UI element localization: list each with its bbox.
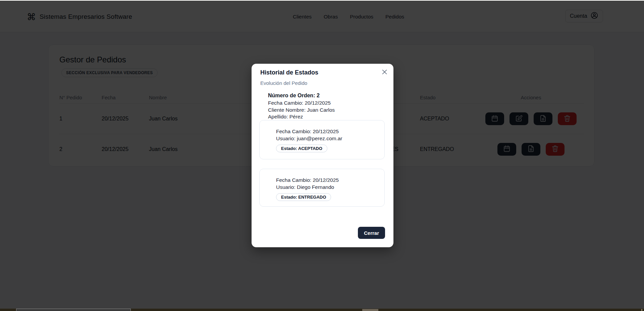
taskbar-segment — [362, 309, 378, 311]
history-line: Usuario: Diego Fernando — [276, 184, 378, 191]
modal-title: Historial de Estados — [260, 69, 318, 76]
close-icon — [382, 69, 387, 75]
history-line: Usuario: juan@perez.com.ar — [276, 135, 378, 142]
history-modal: Historial de Estados Evolución del Pedid… — [252, 64, 393, 247]
taskbar-edge-sliver — [641, 309, 642, 311]
order-info-line: Cliente Nombre: Juan Carlos — [268, 107, 335, 114]
close-button[interactable] — [381, 69, 388, 76]
window-top-edge — [0, 0, 644, 1]
order-number: Número de Orden: 2 — [268, 92, 335, 99]
history-item: Fecha Cambio: 20/12/2025Usuario: Diego F… — [259, 169, 385, 207]
order-info-line: Apellido: Pérez — [268, 113, 335, 120]
history-line: Fecha Cambio: 20/12/2025 — [276, 128, 378, 135]
order-info: Número de Orden: 2 Fecha Cambio: 20/12/2… — [268, 92, 335, 120]
taskbar-window-thumb[interactable] — [16, 309, 131, 311]
taskbar — [0, 309, 644, 311]
status-badge: Estado: ENTREGADO — [276, 193, 331, 201]
history-line: Fecha Cambio: 20/12/2025 — [276, 177, 378, 184]
status-badge: Estado: ACEPTADO — [276, 145, 327, 152]
close-modal-button[interactable]: Cerrar — [358, 227, 385, 239]
modal-subtitle: Evolución del Pedido — [260, 80, 307, 86]
order-info-line: Fecha Cambio: 20/12/2025 — [268, 100, 335, 107]
history-item: Fecha Cambio: 20/12/2025Usuario: juan@pe… — [259, 120, 385, 159]
